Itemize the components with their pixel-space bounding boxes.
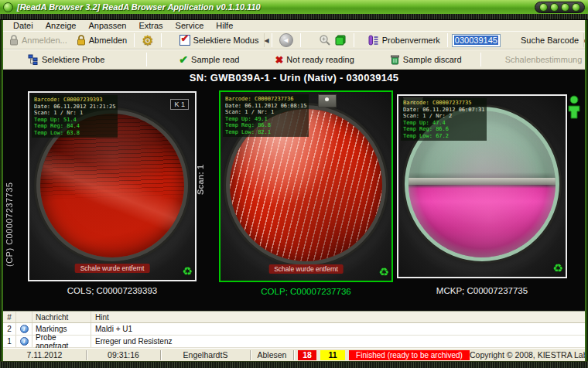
plate-panel-cols[interactable]: Barcode: C00007239393 Date: 06.11.2012 2… [28, 91, 197, 281]
abmelden-button[interactable]: Abmelden [72, 33, 132, 47]
sample-read-label: Sample read [191, 55, 239, 64]
tree-icon [28, 54, 39, 65]
anmelden-button[interactable]: Anmelden... [5, 33, 72, 47]
overlay-temp3: Temp Low: 67.2 [403, 133, 484, 140]
schalenbestimmung-button[interactable]: Schalenbestimmung ▾ [501, 53, 585, 66]
lock-grey-icon [9, 35, 19, 46]
window-button-maximize[interactable] [561, 3, 569, 12]
plate-metadata-overlay: Barcode: C00007237736 Date: 06.11.2012 0… [223, 94, 309, 137]
status-user: EngelhardtS [161, 350, 251, 360]
status-count-yellow: 11 [320, 350, 345, 360]
selektiere-modus-button[interactable]: Selektiere Modus [175, 33, 264, 47]
gear-icon: ⚙ [142, 32, 153, 49]
menu-anzeige[interactable]: Anzeige [40, 21, 82, 30]
status-mode: Ablesen [251, 350, 294, 360]
suche-barcode-button[interactable]: Suche Barcode [516, 34, 583, 46]
separator [447, 33, 448, 47]
plate-panel-mckp[interactable]: Barcode: C00007237735 Date: 06.11.2012 0… [397, 94, 567, 278]
barcode-input-value: 030039145 [454, 36, 498, 45]
table-row[interactable]: 1 i Probe angefragt Erreger und Resisten… [3, 336, 585, 348]
sample-read-button[interactable]: ✔ Sample read [174, 52, 244, 67]
row-num: 1 [3, 336, 16, 347]
titlebar[interactable]: [ReadA Browser 3.2] ReadA Browser Applic… [0, 0, 588, 14]
not-ready-label: Not ready reading [286, 55, 354, 64]
overlay-barcode: Barcode: C00007239393 [34, 97, 115, 104]
window-bottom-trim [0, 361, 588, 368]
plate-photo: Barcode: C00007239393 Date: 06.11.2012 2… [29, 93, 195, 280]
pages-button[interactable] [333, 32, 351, 48]
row-icon-cell: i [16, 336, 32, 347]
checkbox-icon [179, 35, 190, 46]
overlay-barcode: Barcode: C00007237736 [225, 96, 306, 103]
window-button-close[interactable] [572, 3, 580, 12]
statusbar: 7.11.2012 09:31:16 EngelhardtS Ablesen 1… [3, 348, 585, 361]
plate-panel-colp[interactable]: Barcode: C00007237736 Date: 06.11.2012 0… [219, 90, 393, 282]
info-icon: i [20, 325, 29, 333]
overlay-temp2: Temp Reg: 86.6 [403, 126, 484, 133]
row-num: 2 [3, 323, 16, 335]
window-border-right [585, 14, 588, 361]
sample-tube-icon [368, 35, 379, 46]
overlay-date: Date: 06.11.2012 06:08:15 [225, 103, 306, 110]
plate-caption-colp: COLP; C00007237736 [219, 287, 393, 296]
menu-anpassen[interactable]: Anpassen [83, 21, 132, 30]
settings-button[interactable]: ⚙ [137, 31, 158, 49]
dish-holder-bar [409, 178, 556, 185]
modus-collapse-button[interactable]: ◀ [264, 33, 269, 47]
window-button-minimize[interactable] [539, 3, 548, 12]
sample-discard-button[interactable]: Sample discard [385, 53, 467, 66]
zoom-button[interactable] [314, 32, 333, 48]
sample-header: SN: GWB039A-1 - Urin (Nativ) - 030039145 [0, 72, 588, 83]
scan-label: Scan: 1 [196, 147, 205, 213]
separator [161, 33, 162, 47]
plate-metadata-overlay: Barcode: C00007239393 Date: 06.11.2012 2… [32, 95, 118, 138]
titlebar-trim [0, 14, 588, 20]
suche-barcode-label: Suche Barcode [521, 36, 579, 45]
barcode-search-input[interactable]: 030039145 [452, 34, 501, 47]
app-window: [ReadA Browser 3.2] ReadA Browser Applic… [0, 0, 588, 368]
plate-photo: Barcode: C00007237735 Date: 06.11.2012 0… [398, 96, 566, 277]
selektiere-probe-button[interactable]: Selektiere Probe [23, 53, 109, 66]
recycle-icon[interactable]: ♻ [553, 261, 563, 275]
menu-hilfe[interactable]: Hilfe [210, 21, 238, 30]
overlay-temp1: Temp Up: 49.1 [225, 116, 306, 123]
plate-metadata-overlay: Barcode: C00007237735 Date: 06.11.2012 0… [401, 98, 487, 141]
separator [134, 33, 135, 47]
plate-view-area: SN: GWB039A-1 - Urin (Nativ) - 030039145… [0, 70, 588, 311]
overlay-temp3: Temp Low: 82.1 [225, 129, 306, 136]
cross-icon: ✖ [275, 54, 283, 66]
overlay-barcode: Barcode: C00007237735 [403, 100, 484, 107]
probenvermerk-label: Probenvermerk [382, 36, 440, 45]
col-header-nachricht: Nachricht [32, 312, 91, 322]
separator [300, 33, 301, 47]
overlay-scan: Scan: 1 / Nr: 1 [34, 110, 115, 117]
check-icon: ✔ [179, 53, 188, 66]
recycle-icon[interactable]: ♻ [379, 265, 389, 279]
messages-table: # Nachricht Hint 2 i Markings Maldi + U1… [3, 311, 585, 348]
menu-extras[interactable]: Extras [133, 21, 168, 30]
row-hint: Maldi + U1 [91, 325, 585, 333]
status-count-red: 18 [298, 350, 316, 360]
overlay-temp1: Temp Up: 51.4 [34, 117, 115, 124]
lock-gold-icon [77, 35, 86, 46]
toolbar-main: Anmelden... Abmelden ⚙ Selektiere Modus … [3, 31, 585, 49]
not-ready-button[interactable]: ✖ Not ready reading [270, 53, 358, 67]
user-person-icon[interactable] [566, 95, 582, 120]
overlay-temp3: Temp Low: 63.8 [34, 130, 115, 137]
menu-datei[interactable]: Datei [8, 21, 39, 30]
menu-service[interactable]: Service [170, 21, 210, 30]
magnifier-plus-icon [319, 34, 331, 46]
row-icon-cell: i [16, 323, 32, 335]
back-button[interactable]: ◄ [275, 32, 298, 49]
selektiere-probe-label: Selektiere Probe [42, 55, 104, 64]
window-button-restore[interactable] [550, 3, 559, 12]
plate-removed-banner: Schale wurde entfernt [75, 264, 150, 273]
window-controls [535, 2, 585, 13]
sample-discard-label: Sample discard [403, 55, 462, 64]
recycle-icon[interactable]: ♻ [183, 264, 193, 278]
abmelden-label: Abmelden [89, 36, 128, 45]
overlay-temp2: Temp Reg: 84.4 [34, 123, 115, 130]
probenvermerk-button[interactable]: Probenvermerk [363, 33, 445, 48]
overlay-scan: Scan: 1 / Nr: 1 [225, 109, 306, 116]
separator [146, 53, 147, 66]
